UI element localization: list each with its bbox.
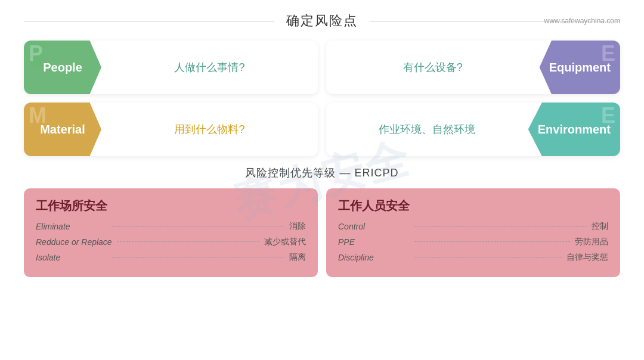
discipline-value: 自律与奖惩 <box>566 252 608 263</box>
website-url: www.safewaychina.com <box>544 17 620 25</box>
environment-label-text: Environment <box>538 123 611 136</box>
bottom-row-reduce: Redduce or Replace 减少或替代 <box>36 237 306 247</box>
reduce-label: Redduce or Replace <box>36 237 112 247</box>
page-container: 赛为安全 确定风险点 www.safewaychina.com P People… <box>0 0 644 360</box>
people-big-letter: P <box>29 43 43 64</box>
environment-content: 作业环境、自然环境 <box>326 103 528 156</box>
bottom-box-personnel: 工作人员安全 Control 控制 PPE 劳防用品 Discipline 自律… <box>326 188 620 277</box>
people-label-text: People <box>43 61 82 75</box>
ppe-value: 劳防用品 <box>575 237 608 247</box>
section-title: 风险控制优先等级 — ERICPD <box>24 166 620 180</box>
cards-grid: P People 人做什么事情? E Equipment 有什么设备? M Ma… <box>24 41 620 156</box>
discipline-label: Discipline <box>338 253 410 262</box>
control-dots <box>414 226 587 226</box>
card-material: M Material 用到什么物料? <box>24 103 318 156</box>
bottom-row-discipline: Discipline 自律与奖惩 <box>338 252 608 263</box>
bottom-box-workplace: 工作场所安全 Eliminate 消除 Redduce or Replace 减… <box>24 188 318 277</box>
ppe-label: PPE <box>338 237 410 247</box>
equipment-content: 有什么设备? <box>326 41 540 94</box>
isolate-label: Isolate <box>36 253 107 262</box>
card-equipment: E Equipment 有什么设备? <box>326 41 620 94</box>
header: 确定风险点 www.safewaychina.com <box>24 12 620 30</box>
reduce-value: 减少或替代 <box>264 237 306 247</box>
card-environment: E Environment 作业环境、自然环境 <box>326 103 620 156</box>
equipment-label-text: Equipment <box>549 61 611 75</box>
eliminate-label: Eliminate <box>36 222 107 231</box>
card-people: P People 人做什么事情? <box>24 41 318 94</box>
material-content: 用到什么物料? <box>101 103 318 156</box>
personnel-title: 工作人员安全 <box>338 198 608 214</box>
control-value: 控制 <box>592 221 608 232</box>
card-material-label: M Material <box>24 103 101 156</box>
card-people-label: P People <box>24 41 101 94</box>
control-label: Control <box>338 222 410 231</box>
material-label-text: Material <box>40 123 85 136</box>
eliminate-dots <box>112 226 284 226</box>
card-environment-label: E Environment <box>528 103 620 156</box>
people-content: 人做什么事情? <box>101 41 318 94</box>
reduce-dots <box>117 241 259 242</box>
bottom-grid: 工作场所安全 Eliminate 消除 Redduce or Replace 减… <box>24 188 620 277</box>
card-equipment-label: E Equipment <box>540 41 620 94</box>
ppe-dots <box>414 241 570 242</box>
isolate-value: 隔离 <box>289 252 306 263</box>
bottom-row-control: Control 控制 <box>338 221 608 232</box>
eliminate-value: 消除 <box>289 221 306 232</box>
bottom-row-ppe: PPE 劳防用品 <box>338 237 608 247</box>
isolate-dots <box>112 257 284 257</box>
discipline-dots <box>414 257 562 257</box>
page-title: 确定风险点 <box>274 12 370 30</box>
bottom-row-eliminate: Eliminate 消除 <box>36 221 306 232</box>
header-line-left <box>24 21 274 21</box>
workplace-title: 工作场所安全 <box>36 198 306 214</box>
bottom-row-isolate: Isolate 隔离 <box>36 252 306 263</box>
